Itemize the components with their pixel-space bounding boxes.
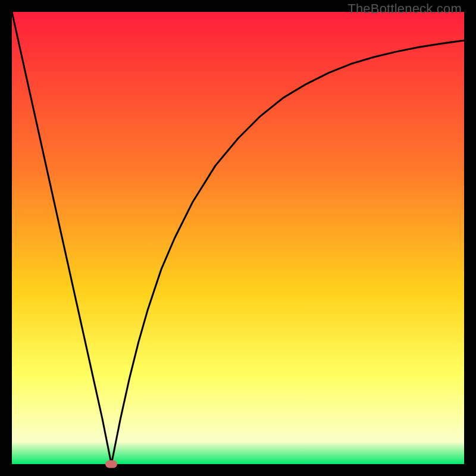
attribution-watermark: TheBottleneck.com <box>347 1 462 17</box>
gradient-background <box>12 12 464 464</box>
bottleneck-plot <box>12 12 464 464</box>
chart-frame <box>12 12 464 464</box>
optimal-point-marker <box>105 461 117 468</box>
